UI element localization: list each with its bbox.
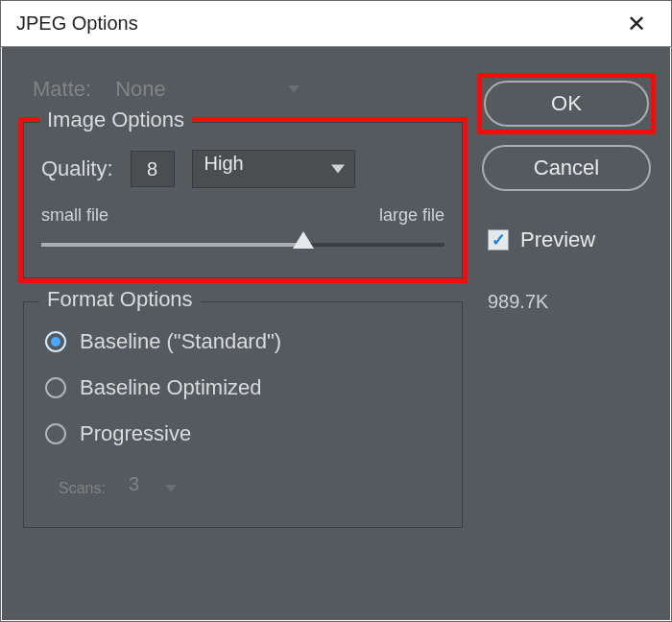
- radio-label: Baseline Optimized: [80, 375, 262, 400]
- dialog-body: Matte: None Image Options Quality: 8 Hig…: [2, 47, 670, 620]
- cancel-button[interactable]: Cancel: [482, 145, 651, 191]
- quality-slider[interactable]: [41, 233, 444, 256]
- quality-preset-select[interactable]: High: [192, 150, 355, 188]
- quality-preset-value: High: [204, 153, 244, 174]
- radio-label: Progressive: [80, 421, 191, 446]
- slider-large-label: large file: [379, 205, 444, 226]
- quality-row: Quality: 8 High: [41, 150, 444, 188]
- close-button[interactable]: ✕: [617, 11, 656, 37]
- quality-input[interactable]: 8: [131, 151, 175, 187]
- format-options-group: Format Options Baseline ("Standard")Base…: [23, 301, 463, 528]
- format-radio-item[interactable]: Baseline Optimized: [45, 375, 444, 400]
- radio-button[interactable]: [45, 331, 66, 352]
- scans-label: Scans:: [59, 480, 106, 497]
- preview-checkbox[interactable]: ✓: [488, 229, 509, 251]
- format-radio-item[interactable]: Baseline ("Standard"): [45, 329, 444, 354]
- titlebar: JPEG Options ✕: [1, 1, 671, 47]
- format-options-legend: Format Options: [39, 287, 201, 312]
- matte-select: None: [107, 72, 308, 107]
- slider-thumb[interactable]: [293, 231, 314, 252]
- image-options-legend: Image Options: [39, 108, 192, 132]
- scans-select: 3: [119, 471, 180, 506]
- radio-label: Baseline ("Standard"): [80, 329, 281, 354]
- filesize-readout: 989.7K: [482, 291, 651, 313]
- ok-button[interactable]: OK: [484, 81, 649, 127]
- scans-row: Scans: 3: [41, 471, 444, 506]
- ok-button-highlight: OK: [482, 78, 651, 130]
- radio-button[interactable]: [45, 423, 66, 444]
- left-column: Matte: None Image Options Quality: 8 Hig…: [23, 72, 463, 601]
- slider-small-label: small file: [41, 205, 108, 226]
- format-radio-item[interactable]: Progressive: [45, 421, 444, 446]
- quality-label: Quality:: [41, 156, 113, 181]
- radio-button[interactable]: [45, 377, 66, 398]
- preview-label: Preview: [520, 227, 595, 252]
- window-title: JPEG Options: [16, 12, 138, 35]
- preview-row: ✓ Preview: [482, 227, 651, 252]
- matte-label: Matte:: [33, 77, 91, 102]
- right-column: OK Cancel ✓ Preview 989.7K: [482, 72, 651, 601]
- jpeg-options-dialog: JPEG Options ✕ Matte: None Image Options…: [0, 0, 672, 622]
- format-radio-list: Baseline ("Standard")Baseline OptimizedP…: [41, 329, 444, 446]
- slider-track-fill: [41, 243, 303, 247]
- image-options-group: Image Options Quality: 8 High small file…: [23, 122, 463, 278]
- slider-labels: small file large file: [41, 205, 444, 226]
